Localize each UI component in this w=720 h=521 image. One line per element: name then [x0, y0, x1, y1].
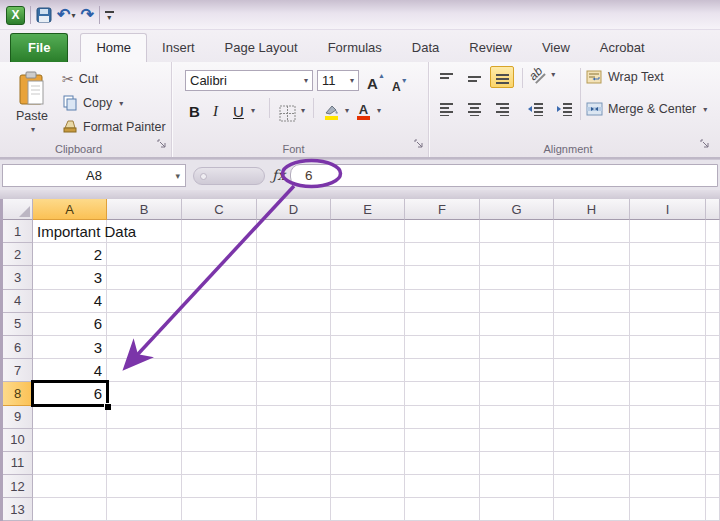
cell-G9[interactable] [480, 406, 554, 429]
italic-button[interactable]: I [213, 98, 218, 120]
column-header-E[interactable]: E [331, 199, 405, 220]
cell-A4[interactable]: 4 [33, 290, 107, 313]
cell-C4[interactable] [182, 290, 257, 313]
shrink-font-button[interactable]: A▼ [392, 72, 401, 94]
cell-blank7[interactable] [706, 359, 720, 382]
cell-I1[interactable] [630, 220, 706, 243]
cell-D7[interactable] [257, 359, 331, 382]
font-name-combobox[interactable]: Calibri ▾ [185, 70, 313, 91]
cell-H8[interactable] [554, 382, 630, 405]
column-header-C[interactable]: C [182, 199, 257, 220]
cell-H6[interactable] [554, 336, 630, 359]
chevron-down-icon[interactable]: ▾ [175, 171, 180, 181]
cell-G7[interactable] [480, 359, 554, 382]
cell-E3[interactable] [331, 266, 405, 289]
cell-D10[interactable] [257, 429, 331, 452]
column-header-A[interactable]: A [33, 199, 107, 220]
cell-A11[interactable] [33, 452, 107, 475]
cell-A9[interactable] [33, 406, 107, 429]
insert-function-button[interactable]: ƒx [272, 167, 285, 183]
cell-G6[interactable] [480, 336, 554, 359]
cell-blank12[interactable] [706, 475, 720, 498]
cell-E1[interactable] [331, 220, 405, 243]
cell-E5[interactable] [331, 313, 405, 336]
name-box[interactable]: A8 ▾ [2, 164, 186, 187]
row-header-11[interactable]: 11 [3, 452, 33, 475]
cell-blank2[interactable] [706, 243, 720, 266]
cell-D9[interactable] [257, 406, 331, 429]
font-dialog-launcher[interactable] [414, 135, 424, 153]
cell-E4[interactable] [331, 290, 405, 313]
cell-C9[interactable] [182, 406, 257, 429]
cell-A1[interactable]: Important Data [33, 220, 107, 243]
grow-font-button[interactable]: A▲ [367, 70, 378, 92]
cell-G11[interactable] [480, 452, 554, 475]
cell-C2[interactable] [182, 243, 257, 266]
cell-G13[interactable] [480, 498, 554, 521]
cell-H9[interactable] [554, 406, 630, 429]
merge-center-button[interactable]: Merge & Center ▾ [586, 102, 707, 116]
cell-I10[interactable] [630, 429, 706, 452]
cell-H13[interactable] [554, 498, 630, 521]
tab-acrobat[interactable]: Acrobat [585, 34, 660, 62]
cell-H5[interactable] [554, 313, 630, 336]
cell-G3[interactable] [480, 266, 554, 289]
cell-C7[interactable] [182, 359, 257, 382]
cell-D2[interactable] [257, 243, 331, 266]
cell-B8[interactable] [107, 382, 182, 405]
bottom-align-button[interactable] [490, 66, 514, 88]
chevron-down-icon[interactable]: ▾ [301, 106, 305, 115]
column-header-G[interactable]: G [480, 199, 554, 220]
cell-C10[interactable] [182, 429, 257, 452]
row-header-9[interactable]: 9 [3, 406, 33, 429]
cell-I2[interactable] [630, 243, 706, 266]
cell-blank4[interactable] [706, 290, 720, 313]
cell-I8[interactable] [630, 382, 706, 405]
cell-H12[interactable] [554, 475, 630, 498]
row-header-7[interactable]: 7 [3, 359, 33, 382]
cell-D5[interactable] [257, 313, 331, 336]
cell-D8[interactable] [257, 382, 331, 405]
tab-home[interactable]: Home [80, 33, 147, 62]
column-header-B[interactable]: B [107, 199, 182, 220]
cell-C6[interactable] [182, 336, 257, 359]
cell-blank3[interactable] [706, 266, 720, 289]
select-all-corner[interactable] [3, 199, 33, 220]
cell-blank11[interactable] [706, 452, 720, 475]
cell-I12[interactable] [630, 475, 706, 498]
cell-A2[interactable]: 2 [33, 243, 107, 266]
column-header-I[interactable]: I [630, 199, 706, 220]
font-size-combobox[interactable]: 11 ▾ [317, 70, 359, 91]
cell-G8[interactable] [480, 382, 554, 405]
cell-F6[interactable] [405, 336, 480, 359]
row-header-3[interactable]: 3 [3, 266, 33, 289]
tab-file[interactable]: File [10, 33, 68, 62]
cell-E2[interactable] [331, 243, 405, 266]
cell-A13[interactable] [33, 498, 107, 521]
cell-blank10[interactable] [706, 429, 720, 452]
undo-button[interactable]: ↶ ▾ [57, 7, 75, 23]
row-header-13[interactable]: 13 [3, 498, 33, 521]
row-header-2[interactable]: 2 [3, 243, 33, 266]
align-right-button[interactable] [490, 98, 514, 120]
decrease-indent-button[interactable] [523, 98, 547, 120]
chevron-down-icon[interactable]: ▾ [71, 11, 75, 20]
cell-H3[interactable] [554, 266, 630, 289]
cell-D12[interactable] [257, 475, 331, 498]
cell-blank9[interactable] [706, 406, 720, 429]
cell-B7[interactable] [107, 359, 182, 382]
cell-blank6[interactable] [706, 336, 720, 359]
row-header-5[interactable]: 5 [3, 313, 33, 336]
cell-I9[interactable] [630, 406, 706, 429]
cell-H2[interactable] [554, 243, 630, 266]
column-header-H[interactable]: H [554, 199, 630, 220]
format-painter-button[interactable]: Format Painter [62, 116, 166, 138]
cell-C8[interactable] [182, 382, 257, 405]
copy-button[interactable]: Copy ▾ [62, 92, 123, 114]
top-align-button[interactable] [434, 68, 458, 90]
tab-page-layout[interactable]: Page Layout [210, 34, 313, 62]
cell-C13[interactable] [182, 498, 257, 521]
cell-E11[interactable] [331, 452, 405, 475]
cell-D6[interactable] [257, 336, 331, 359]
cell-D3[interactable] [257, 266, 331, 289]
